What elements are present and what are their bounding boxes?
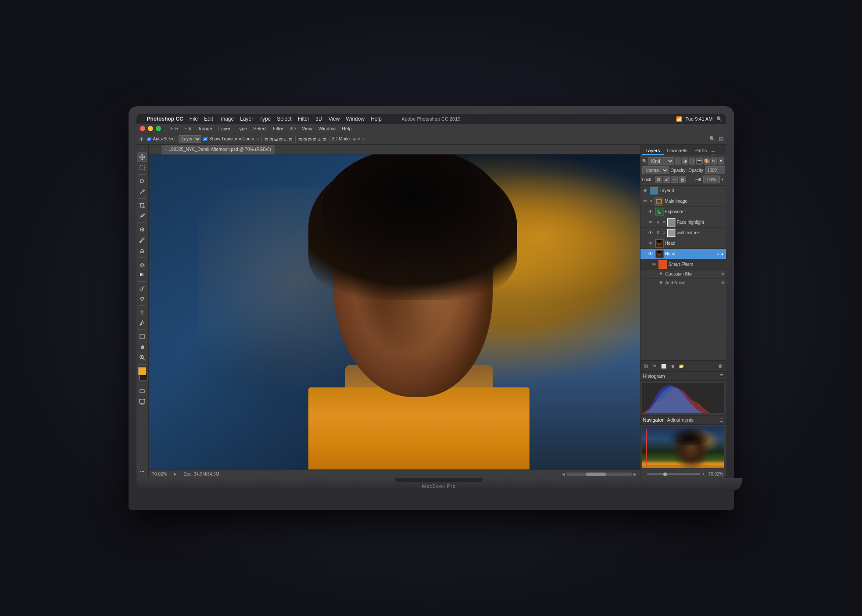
- menu-file[interactable]: File: [190, 116, 198, 122]
- more-tools-btn[interactable]: •••: [137, 467, 147, 476]
- fill-arrow[interactable]: ▼: [721, 178, 724, 182]
- dist-top-icon[interactable]: ⬒: [298, 137, 302, 141]
- type-tool[interactable]: T: [137, 308, 147, 317]
- lock-move-btn[interactable]: ↔: [671, 176, 678, 183]
- fx-filter-btn[interactable]: fx: [711, 158, 717, 165]
- layer0-visibility[interactable]: 👁: [642, 188, 648, 194]
- ps-menu-view[interactable]: View: [302, 126, 312, 131]
- heal-tool[interactable]: [137, 225, 147, 234]
- align-bottom-icon[interactable]: ⬓: [274, 137, 278, 141]
- select-tool[interactable]: [137, 163, 147, 172]
- align-top-icon[interactable]: ⬒: [265, 137, 268, 141]
- 3d-icon-2[interactable]: ↻: [357, 137, 361, 141]
- panel-resize-icon[interactable]: ⋮⋮: [717, 151, 724, 155]
- pen-tool[interactable]: [137, 294, 147, 304]
- ps-menu-file[interactable]: File: [171, 126, 179, 131]
- window-close-btn[interactable]: [140, 126, 145, 131]
- navigator-tab-adj[interactable]: Adjustments: [667, 417, 694, 423]
- menu-help[interactable]: Help: [371, 116, 382, 122]
- add-mask-btn[interactable]: ⬜: [660, 362, 668, 370]
- crop-tool[interactable]: [137, 201, 147, 210]
- layer-item-wall-texture[interactable]: 👁 ⛓ ⚙ wall texture: [640, 228, 726, 238]
- brush-tool[interactable]: [137, 235, 147, 245]
- 3d-icon-3[interactable]: ⊙: [361, 137, 365, 141]
- auto-select-checkbox[interactable]: [147, 137, 151, 141]
- ps-menu-filter[interactable]: Filter: [273, 126, 283, 131]
- layer-item-head1[interactable]: 👁 Head: [640, 238, 726, 249]
- dist-vert-icon[interactable]: ⬔: [303, 137, 307, 141]
- zoom-tool[interactable]: [137, 353, 147, 362]
- eraser-tool[interactable]: [137, 259, 147, 269]
- adjustment-icon-btn[interactable]: ◑: [682, 158, 688, 165]
- menu-edit[interactable]: Edit: [204, 116, 213, 122]
- add-noise-settings-icon[interactable]: ⚙: [721, 281, 724, 285]
- shape-icon-btn[interactable]: □: [689, 158, 695, 165]
- menu-view[interactable]: View: [329, 116, 340, 122]
- dist-center-icon[interactable]: ◫: [318, 137, 322, 141]
- layer-item-smart-filters[interactable]: 👁 Smart Filters: [640, 259, 726, 270]
- kind-dropdown[interactable]: Kind: [648, 157, 674, 165]
- horizontal-scrollbar[interactable]: [566, 473, 632, 476]
- nav-arrow-left[interactable]: ◀: [562, 472, 565, 476]
- layer-group-btn[interactable]: 📁: [677, 362, 685, 370]
- expand-filter-btn[interactable]: ▼: [718, 158, 724, 165]
- 3d-icon-1[interactable]: ⊕: [353, 137, 356, 141]
- menu-filter[interactable]: Filter: [298, 116, 310, 122]
- ps-menu-edit[interactable]: Edit: [184, 126, 193, 131]
- dist-bottom-icon[interactable]: ⬒: [308, 137, 312, 141]
- menu-3d[interactable]: 3D: [315, 116, 322, 122]
- zoom-slider-track[interactable]: [647, 473, 700, 475]
- head1-visibility[interactable]: 👁: [647, 240, 654, 247]
- layer-item-gaussian-blur[interactable]: 👁 Gaussian Blur ⚙: [640, 270, 726, 279]
- head2-visibility[interactable]: 👁: [647, 251, 654, 257]
- shape-tool[interactable]: [137, 332, 147, 341]
- eyedropper-tool[interactable]: [137, 211, 147, 221]
- panel-menu-icon[interactable]: ☰: [711, 150, 715, 155]
- face-highlight-visibility[interactable]: 👁: [647, 219, 654, 226]
- type-icon-btn[interactable]: T: [675, 158, 681, 165]
- ps-menu-select[interactable]: Select: [253, 126, 267, 131]
- menu-select[interactable]: Select: [277, 116, 291, 122]
- canvas-image[interactable]: 70.02% ▶ Doc: 34.9M/34.9M ◀ ▶: [149, 154, 640, 478]
- navigator-menu-btn[interactable]: ☰: [719, 418, 723, 423]
- adjustment-btn[interactable]: ◑: [669, 362, 676, 370]
- ps-menu-window[interactable]: Window: [318, 126, 336, 131]
- search-ps-btn[interactable]: 🔍: [709, 136, 715, 142]
- ps-menu-layer[interactable]: Layer: [218, 126, 231, 131]
- exposure-visibility[interactable]: 👁: [647, 209, 654, 215]
- ps-menu-help[interactable]: Help: [342, 126, 352, 131]
- layer-item-layer0[interactable]: 👁 Layer 0: [640, 186, 726, 196]
- dist-right-icon[interactable]: ⬒: [322, 137, 326, 141]
- tab-paths[interactable]: Paths: [691, 147, 710, 155]
- align-center-icon[interactable]: ◫: [284, 137, 288, 141]
- group-expand-arrow[interactable]: ▼: [650, 199, 653, 203]
- layer-style-btn[interactable]: fx: [651, 362, 659, 370]
- layer-item-add-noise[interactable]: 👁 Add Noise ⚙: [640, 279, 726, 287]
- menu-layer[interactable]: Layer: [240, 116, 253, 122]
- window-maximize-btn[interactable]: [156, 126, 161, 131]
- opacity-input[interactable]: [705, 166, 725, 174]
- move-tool[interactable]: [137, 152, 147, 162]
- dist-left-icon[interactable]: ⬒: [313, 137, 317, 141]
- stamp-tool[interactable]: [137, 246, 147, 255]
- search-icon[interactable]: 🔍: [716, 116, 723, 122]
- blend-mode-dropdown[interactable]: Normal: [642, 166, 669, 174]
- smart-icon-btn[interactable]: 📷: [696, 158, 702, 165]
- head2-expand-arrow[interactable]: ▲: [721, 252, 724, 256]
- align-right-icon[interactable]: ⬒: [289, 137, 293, 141]
- menu-window[interactable]: Window: [346, 116, 365, 122]
- screen-mode-btn[interactable]: [137, 397, 147, 406]
- ps-menu-image[interactable]: Image: [199, 126, 212, 131]
- fill-input[interactable]: [703, 175, 720, 183]
- transform-controls-checkbox[interactable]: [203, 137, 207, 141]
- auto-select-dropdown[interactable]: Layer: [179, 135, 201, 143]
- file-tab-close[interactable]: ×: [165, 147, 167, 152]
- ps-menu-3d[interactable]: 3D: [290, 126, 296, 131]
- foreground-color[interactable]: [138, 367, 146, 375]
- gradient-tool[interactable]: [137, 270, 147, 279]
- lock-transparent-btn[interactable]: ⊡: [655, 176, 662, 183]
- layer-item-exposure[interactable]: 👁 Exposure 1: [640, 207, 726, 217]
- color-icon-btn[interactable]: 🎨: [704, 158, 710, 165]
- add-noise-visibility[interactable]: 👁: [658, 280, 664, 286]
- link-layers-btn[interactable]: ⛓: [642, 362, 650, 370]
